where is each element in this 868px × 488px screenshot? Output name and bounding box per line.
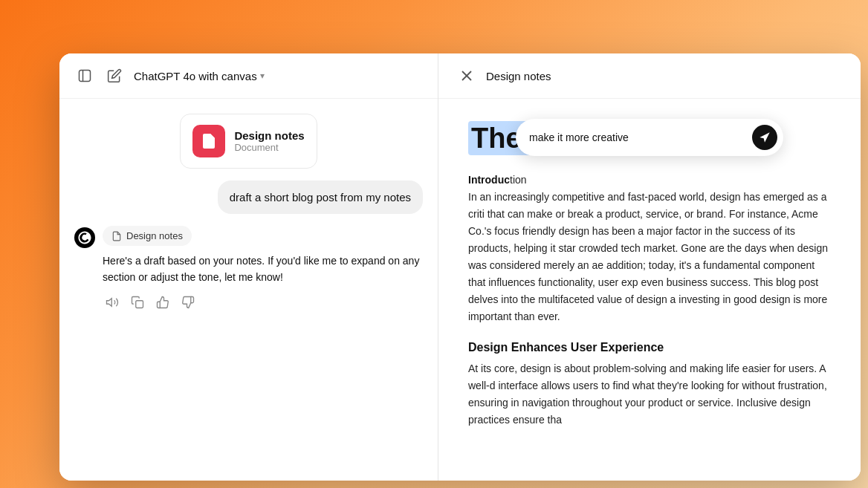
right-panel: Design notes The Value of Design Introdu…	[438, 53, 861, 481]
thumbs-down-button[interactable]	[178, 293, 198, 312]
audio-button[interactable]	[103, 293, 122, 312]
chat-content: Design notes Document draft a short blog…	[59, 99, 438, 481]
model-selector[interactable]: ChatGPT 4o with canvas ▾	[134, 70, 265, 82]
ai-response-text: Here's a draft based on your notes. If y…	[103, 253, 423, 285]
thumbs-up-button[interactable]	[153, 293, 172, 312]
doc-type: Document	[234, 142, 304, 153]
intro-text: tion	[510, 174, 527, 186]
document-card[interactable]: Design notes Document	[180, 114, 317, 169]
svg-rect-0	[80, 71, 91, 82]
sidebar-toggle-icon[interactable]	[74, 65, 95, 86]
intro-paragraph: Introduction In an increasingly competit…	[468, 172, 831, 326]
right-panel-title: Design notes	[486, 70, 551, 82]
right-header: Design notes	[438, 53, 861, 99]
intro-label: Introduc	[468, 174, 510, 186]
design-notes-pill[interactable]: Design notes	[103, 226, 192, 246]
ai-content: Design notes Here's a draft based on you…	[103, 226, 423, 312]
copy-button[interactable]	[128, 293, 147, 312]
doc-content: The Value of Design Introduction In an i…	[438, 99, 861, 481]
svg-marker-6	[107, 299, 112, 307]
model-name: ChatGPT 4o with canvas	[134, 70, 257, 82]
chevron-down-icon: ▾	[260, 71, 265, 81]
edit-icon[interactable]	[104, 65, 125, 86]
creative-input[interactable]	[529, 131, 746, 143]
chat-header: ChatGPT 4o with canvas ▾	[59, 53, 438, 99]
ai-avatar	[74, 227, 95, 248]
svg-rect-7	[136, 301, 143, 308]
send-button[interactable]	[752, 125, 777, 150]
input-bar	[516, 119, 783, 156]
app-window: ChatGPT 4o with canvas ▾ Desig	[59, 53, 861, 481]
action-buttons	[103, 293, 423, 312]
left-panel: ChatGPT 4o with canvas ▾ Desig	[59, 53, 438, 481]
pill-label: Design notes	[126, 230, 183, 241]
close-button[interactable]	[456, 65, 477, 86]
doc-icon	[192, 125, 225, 157]
doc-title: Design notes	[234, 129, 304, 142]
body-text: In an increasingly competitive and fast-…	[468, 191, 828, 323]
section-title: Design Enhances User Experience	[468, 341, 831, 354]
user-message: draft a short blog post from my notes	[218, 180, 423, 214]
ai-response-row: Design notes Here's a draft based on you…	[74, 226, 423, 312]
section-text: At its core, design is about problem-sol…	[468, 360, 831, 429]
doc-info: Design notes Document	[234, 129, 304, 153]
